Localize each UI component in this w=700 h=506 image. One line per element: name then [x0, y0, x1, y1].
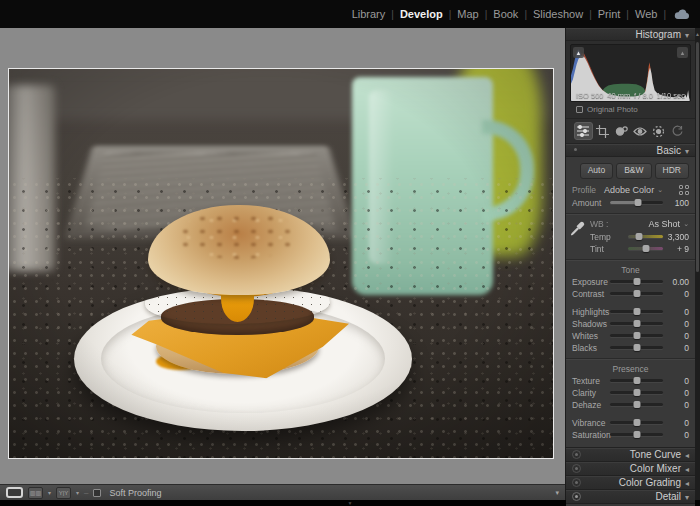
chevron-down-icon[interactable]: ⌄: [683, 220, 689, 228]
contrast-slider[interactable]: [610, 292, 663, 295]
shadows-slider[interactable]: [610, 322, 663, 325]
shadow-clipping-indicator[interactable]: ▲: [573, 47, 584, 58]
tone-curve-title: Tone Curve: [630, 449, 689, 460]
panel-scrollbar[interactable]: ▲: [695, 28, 700, 500]
crop-icon[interactable]: [593, 122, 612, 140]
texture-slider[interactable]: [610, 379, 663, 382]
edit-sliders-icon[interactable]: [574, 122, 593, 140]
temp-value[interactable]: 3,300: [663, 232, 689, 242]
contrast-value[interactable]: 0: [663, 289, 689, 299]
clarity-value[interactable]: 0: [663, 388, 689, 398]
auto-button[interactable]: Auto: [580, 163, 614, 179]
whites-slider-row: Whites 0: [572, 331, 689, 341]
profile-browser-icon[interactable]: [679, 185, 689, 195]
color-grading-header[interactable]: Color Grading: [566, 476, 695, 490]
soft-proofing-label: Soft Proofing: [109, 488, 161, 498]
heal-icon[interactable]: [612, 122, 631, 140]
basic-header[interactable]: Basic: [566, 144, 695, 157]
tint-value[interactable]: + 9: [663, 244, 689, 254]
dehaze-slider[interactable]: [610, 403, 663, 406]
temp-label: Temp: [590, 232, 628, 242]
tone-curve-toggle-icon[interactable]: [572, 450, 581, 459]
focal-length-value: 40 mm: [607, 91, 630, 100]
separator: –: [84, 488, 88, 497]
hdr-button[interactable]: HDR: [655, 163, 689, 179]
reference-view-button[interactable]: ▥▥: [28, 487, 43, 499]
saturation-slider[interactable]: [610, 433, 663, 436]
tint-slider[interactable]: [628, 247, 663, 250]
module-web[interactable]: Web: [629, 8, 663, 20]
scroll-up-icon[interactable]: ▲: [695, 31, 700, 37]
shadows-value[interactable]: 0: [663, 319, 689, 329]
module-book[interactable]: Book: [487, 8, 524, 20]
original-photo-label: Original Photo: [587, 105, 638, 114]
masking-icon[interactable]: [649, 122, 668, 140]
sync-icon[interactable]: [668, 122, 687, 140]
module-picker: Library| Develop| Map| Book| Slideshow| …: [0, 0, 700, 28]
module-print[interactable]: Print: [592, 8, 627, 20]
toolbar-options-icon[interactable]: ▾: [555, 489, 559, 497]
view-toolbar: ▥▥ ▾ Y|Y ▾ – Soft Proofing ▾: [0, 484, 565, 500]
color-grading-toggle-icon[interactable]: [572, 478, 581, 487]
vibrance-value[interactable]: 0: [663, 418, 689, 428]
detail-title: Detail: [655, 491, 689, 502]
exposure-value[interactable]: 0.00: [663, 277, 689, 287]
dehaze-value[interactable]: 0: [663, 400, 689, 410]
detail-header[interactable]: Detail: [566, 490, 695, 504]
red-eye-icon[interactable]: [631, 122, 650, 140]
temp-slider[interactable]: [628, 235, 663, 238]
blacks-slider[interactable]: [610, 346, 663, 349]
cloud-sync-icon[interactable]: [674, 9, 690, 20]
clarity-slider-row: Clarity 0: [572, 388, 689, 398]
chevron-down-icon[interactable]: ⌄: [657, 186, 663, 194]
texture-label: Texture: [572, 376, 610, 386]
soft-proofing-checkbox[interactable]: [93, 489, 101, 497]
blacks-label: Blacks: [572, 343, 610, 353]
amount-slider[interactable]: [610, 201, 663, 204]
histogram-plot[interactable]: ▲ ▲ ISO 500 40 mm f / 8.0 1/10 sec: [570, 44, 691, 102]
original-photo-checkbox[interactable]: [576, 106, 583, 113]
blacks-value[interactable]: 0: [663, 343, 689, 353]
histogram-header[interactable]: Histogram: [566, 28, 695, 41]
highlights-slider[interactable]: [610, 310, 663, 313]
before-after-view-button[interactable]: Y|Y: [56, 487, 71, 499]
profile-value[interactable]: Adobe Color: [604, 185, 654, 195]
photo-preview[interactable]: [8, 68, 554, 459]
loupe-view-button[interactable]: [6, 487, 23, 498]
vibrance-label: Vibrance: [572, 418, 610, 428]
whites-slider[interactable]: [610, 334, 663, 337]
whites-value[interactable]: 0: [663, 331, 689, 341]
chevron-down-icon[interactable]: ▾: [48, 489, 51, 496]
amount-value[interactable]: 100: [663, 198, 689, 208]
clarity-slider[interactable]: [610, 391, 663, 394]
highlights-value[interactable]: 0: [663, 307, 689, 317]
exposure-slider[interactable]: [610, 280, 663, 283]
module-slideshow[interactable]: Slideshow: [527, 8, 589, 20]
contrast-label: Contrast: [572, 289, 610, 299]
tone-curve-header[interactable]: Tone Curve: [566, 448, 695, 462]
clarity-label: Clarity: [572, 388, 610, 398]
tone-section-title: Tone: [572, 265, 689, 275]
chevron-down-icon[interactable]: ▾: [76, 489, 79, 496]
blacks-slider-row: Blacks 0: [572, 343, 689, 353]
texture-value[interactable]: 0: [663, 376, 689, 386]
module-map[interactable]: Map: [451, 8, 484, 20]
develop-right-panel: Histogram ▲ ▲ ISO 5: [565, 28, 700, 500]
develop-canvas: [0, 28, 565, 484]
color-mixer-header[interactable]: Color Mixer: [566, 462, 695, 476]
white-balance-eyedropper-icon[interactable]: [570, 220, 586, 240]
color-mixer-toggle-icon[interactable]: [572, 464, 581, 473]
module-nav: Library| Develop| Map| Book| Slideshow| …: [346, 8, 666, 20]
dehaze-slider-row: Dehaze 0: [572, 400, 689, 410]
bw-button[interactable]: B&W: [616, 163, 651, 179]
wb-value[interactable]: As Shot: [649, 219, 681, 229]
panel-end-icon: [572, 146, 581, 155]
module-library[interactable]: Library: [346, 8, 392, 20]
vibrance-slider[interactable]: [610, 421, 663, 424]
highlight-clipping-indicator[interactable]: ▲: [677, 47, 688, 58]
module-develop[interactable]: Develop: [394, 8, 449, 20]
iso-value: ISO 500: [576, 91, 604, 100]
saturation-value[interactable]: 0: [663, 430, 689, 440]
scrollbar-thumb[interactable]: [696, 42, 699, 272]
detail-toggle-icon[interactable]: [572, 492, 581, 501]
